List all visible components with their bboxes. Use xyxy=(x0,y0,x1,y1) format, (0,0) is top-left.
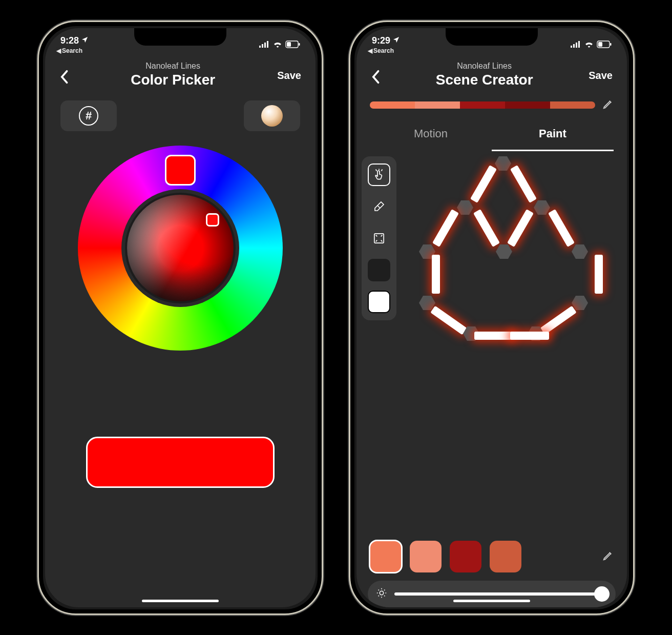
save-button[interactable]: Save xyxy=(589,58,613,81)
back-to-app[interactable]: ◀ Search xyxy=(368,47,400,54)
svg-rect-14 xyxy=(374,234,384,243)
svg-rect-9 xyxy=(576,43,577,48)
brightness-track[interactable] xyxy=(394,592,610,596)
palette-segment[interactable] xyxy=(460,101,505,109)
connector-node[interactable] xyxy=(496,244,512,259)
tool-swatch-light[interactable] xyxy=(368,291,390,313)
tool-swatch-dark[interactable] xyxy=(368,259,390,281)
header-subtitle: Nanoleaf Lines xyxy=(380,62,589,71)
light-bar[interactable] xyxy=(510,332,549,340)
page-title: Color Picker xyxy=(69,72,277,88)
svg-rect-13 xyxy=(610,43,612,46)
palette-segment[interactable] xyxy=(550,101,595,109)
light-bar[interactable] xyxy=(470,165,497,203)
light-bar[interactable] xyxy=(507,209,534,247)
wifi-icon xyxy=(584,39,594,50)
color-swatch-3[interactable] xyxy=(490,541,521,572)
battery-icon xyxy=(597,39,612,50)
color-swatch-2[interactable] xyxy=(450,541,481,572)
saturation-handle[interactable] xyxy=(206,213,219,227)
finger-tap-tool[interactable] xyxy=(368,163,390,186)
svg-rect-5 xyxy=(287,42,291,47)
chevron-left-icon: ◀ xyxy=(56,47,61,54)
notch xyxy=(134,28,226,46)
light-bar[interactable] xyxy=(474,332,513,340)
phone-right: 9:29 ◀ Search xyxy=(349,21,635,615)
page-title: Scene Creator xyxy=(380,72,589,88)
color-swatch-0[interactable] xyxy=(370,541,402,572)
hex-mode-button[interactable]: # xyxy=(60,100,117,131)
connector-node[interactable] xyxy=(457,200,473,215)
warm-mode-button[interactable] xyxy=(244,100,300,131)
brightness-slider[interactable] xyxy=(368,581,616,607)
palette-strip-row xyxy=(356,93,627,115)
home-indicator[interactable] xyxy=(453,600,530,602)
nav-row: Nanoleaf Lines Color Picker Save xyxy=(45,56,316,93)
hue-ring[interactable] xyxy=(78,146,283,351)
connector-node[interactable] xyxy=(572,296,588,310)
swatch-row xyxy=(356,538,627,576)
header-subtitle: Nanoleaf Lines xyxy=(69,62,277,71)
light-bar[interactable] xyxy=(595,255,603,294)
edit-swatches-button[interactable] xyxy=(602,550,614,563)
light-bar[interactable] xyxy=(548,209,575,247)
svg-rect-6 xyxy=(299,43,300,46)
back-to-app-label: Search xyxy=(62,47,82,54)
svg-rect-1 xyxy=(262,44,263,48)
back-button[interactable] xyxy=(371,58,380,88)
tab-motion[interactable]: Motion xyxy=(370,118,492,151)
svg-point-15 xyxy=(380,591,383,595)
location-icon xyxy=(81,35,89,46)
nav-row: Nanoleaf Lines Scene Creator Save xyxy=(356,56,627,93)
status-time: 9:28 xyxy=(60,35,79,46)
palette-segment[interactable] xyxy=(370,101,415,109)
light-bar[interactable] xyxy=(432,209,459,247)
signal-icon xyxy=(571,39,581,50)
tab-paint[interactable]: Paint xyxy=(492,118,614,151)
home-indicator[interactable] xyxy=(142,600,219,602)
edit-palette-button[interactable] xyxy=(602,98,614,112)
lines-layout-canvas[interactable] xyxy=(392,151,627,372)
light-bar[interactable] xyxy=(432,255,440,294)
location-icon xyxy=(392,35,400,46)
svg-rect-0 xyxy=(259,46,261,48)
hue-handle[interactable] xyxy=(165,155,196,186)
svg-rect-7 xyxy=(571,46,572,48)
color-swatch-1[interactable] xyxy=(410,541,442,572)
brightness-icon xyxy=(376,587,387,601)
palette-segment[interactable] xyxy=(415,101,460,109)
saturation-disc[interactable] xyxy=(125,193,236,303)
color-wheel[interactable] xyxy=(45,146,316,351)
selected-color-preview[interactable] xyxy=(86,437,275,488)
screen-color-picker: 9:28 ◀ Search xyxy=(45,28,316,607)
connector-node[interactable] xyxy=(495,156,511,171)
svg-rect-12 xyxy=(598,42,602,47)
paint-toolbar xyxy=(362,156,396,320)
phone-left: 9:28 ◀ Search xyxy=(37,21,323,615)
chevron-left-icon: ◀ xyxy=(368,47,372,54)
svg-rect-3 xyxy=(267,41,268,48)
connector-node[interactable] xyxy=(572,244,588,259)
warm-tone-icon xyxy=(261,105,283,127)
battery-icon xyxy=(286,39,300,50)
status-time: 9:29 xyxy=(372,35,390,46)
save-button[interactable]: Save xyxy=(277,58,301,81)
expand-tool[interactable] xyxy=(368,227,390,250)
palette-segment[interactable] xyxy=(505,101,550,109)
back-to-app[interactable]: ◀ Search xyxy=(56,47,89,54)
svg-rect-8 xyxy=(573,44,575,48)
eraser-tool[interactable] xyxy=(368,195,390,218)
connector-node[interactable] xyxy=(534,200,550,215)
light-bar[interactable] xyxy=(430,306,467,335)
brightness-knob[interactable] xyxy=(594,586,610,602)
light-bar[interactable] xyxy=(540,306,576,335)
back-button[interactable] xyxy=(59,58,69,88)
signal-icon xyxy=(259,39,269,50)
screen-scene-creator: 9:29 ◀ Search xyxy=(356,28,627,607)
palette-strip[interactable] xyxy=(370,101,595,109)
tabs: Motion Paint xyxy=(356,115,627,151)
svg-rect-10 xyxy=(578,41,580,48)
light-bar[interactable] xyxy=(473,209,500,247)
light-bar[interactable] xyxy=(510,165,537,203)
svg-rect-2 xyxy=(264,43,266,48)
